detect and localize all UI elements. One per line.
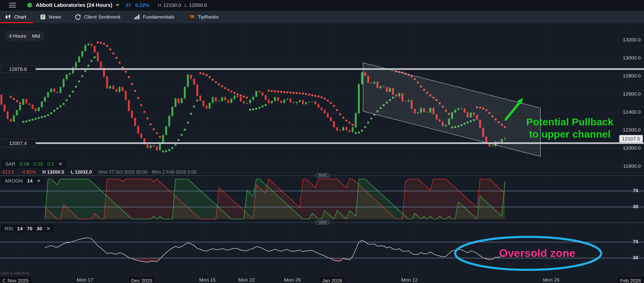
- chevron-down-icon[interactable]: [116, 4, 120, 6]
- aroon-param: 14: [27, 178, 32, 184]
- rsi-param: 70: [27, 226, 32, 232]
- top-bar: Abbott Laboratories (24 Hours) 27 0.22% …: [0, 0, 644, 10]
- pullback-annotation-line1: Potential Pullback: [526, 116, 614, 128]
- price-axis-tick: 11800.0: [615, 163, 641, 169]
- time-axis-tick: [630, 272, 631, 274]
- aroon-axis-tick: 30: [626, 204, 638, 209]
- sar-indicator-label[interactable]: SAR0.090.150.2✕: [2, 160, 66, 168]
- high-label: H: [158, 2, 161, 8]
- menu-icon[interactable]: [9, 3, 16, 7]
- aroon-30-line: [0, 207, 644, 207]
- resistance-price-tag[interactable]: 12878.8: [0, 65, 36, 73]
- tipranks-icon: TR: [188, 13, 195, 20]
- timeframe-button[interactable]: 4 Hours: [5, 31, 30, 41]
- sar-param: 0.2: [47, 161, 54, 167]
- sar-name: SAR: [5, 161, 15, 167]
- tab-news[interactable]: News: [40, 10, 61, 23]
- session-high-low: H 12150.0 L 12050.0: [154, 2, 207, 8]
- change-points: 27: [126, 2, 131, 8]
- aroon-name: AROON: [5, 178, 23, 184]
- low-label: L: [184, 2, 187, 8]
- time-axis-label: Nov 2025: [6, 277, 31, 283]
- price-chart-canvas[interactable]: [0, 23, 644, 283]
- time-axis-tick: [85, 272, 85, 274]
- time-axis-tick: [332, 272, 332, 274]
- oversold-annotation[interactable]: Oversold zone: [499, 247, 576, 260]
- stat-item: -613.5: [1, 169, 14, 175]
- rsi-name: RSI: [5, 226, 13, 232]
- time-axis-tick: [551, 272, 552, 274]
- stat-item: L 12032.0: [71, 169, 92, 175]
- time-axis-tick: [208, 272, 208, 274]
- time-axis-label: Mon 12: [401, 277, 418, 283]
- candlestick-icon: [5, 14, 11, 20]
- price-axis-tick: 12000.0: [615, 145, 641, 151]
- time-axis-label: Mon 17: [77, 277, 93, 283]
- news-icon: [40, 14, 46, 20]
- time-axis-label: Jan 2026: [320, 277, 344, 283]
- low-value: 12050.0: [189, 2, 207, 8]
- chart-area: 4 Hours Mid 12878.8 12057.4 SAR0.090.150…: [0, 23, 644, 283]
- sar-param: 0.09: [20, 161, 29, 167]
- tab-label: Chart: [14, 14, 26, 20]
- tab-tipranks[interactable]: TRTipRanks: [188, 10, 218, 23]
- time-axis-label: Dec 2025: [129, 277, 154, 283]
- time-axis-tick: [246, 272, 247, 274]
- rsi-param: 30: [37, 226, 42, 232]
- aroon-axis-tick: 70: [626, 188, 638, 193]
- high-value: 12150.0: [163, 2, 181, 8]
- rsi-70-line: [0, 242, 644, 242]
- tab-label: News: [49, 14, 61, 20]
- time-axis-tick: [292, 272, 293, 274]
- tab-chart[interactable]: Chart: [5, 10, 26, 23]
- sar-param: 0.15: [34, 161, 43, 167]
- time-axis-tick: [142, 272, 142, 274]
- pullback-annotation-line2: to upper channel: [526, 128, 614, 140]
- rsi-axis-tick: 70: [626, 239, 638, 245]
- pane-resize-handle[interactable]: [315, 220, 330, 225]
- price-axis-tick: 12400.0: [615, 109, 641, 115]
- rsi-axis-tick: 30: [626, 255, 638, 261]
- support-line[interactable]: [0, 142, 644, 144]
- tab-label: Fundamentals: [143, 14, 174, 20]
- support-price-tag[interactable]: 12057.4: [0, 139, 36, 147]
- indicative-note: Data is indicative: [1, 271, 30, 276]
- stat-item: -4.82%: [21, 169, 36, 175]
- rsi-param: 14: [17, 226, 22, 232]
- market-open-dot: [27, 3, 32, 7]
- sentiment-refresh-icon: [75, 14, 81, 20]
- price-axis-tick: 12200.0: [615, 127, 641, 133]
- change-percent: 0.22%: [136, 2, 150, 8]
- stat-item: Mon 27 Oct 2025 20:00 - Mon 2 Feb 2026 0…: [98, 169, 196, 175]
- tab-label: Client Sentiment: [84, 14, 120, 20]
- time-axis-label: Mon 15: [199, 277, 216, 283]
- tab-bar: ChartNewsClient SentimentFundamentalsTRT…: [0, 10, 644, 23]
- price-axis-tick: 13000.0: [615, 55, 641, 61]
- time-axis-tick: [410, 272, 410, 274]
- bar-chart-icon: [134, 14, 140, 20]
- pullback-annotation[interactable]: Potential Pullback to upper channel: [526, 116, 614, 140]
- time-axis-label: Mon 26: [543, 277, 560, 283]
- aroon-indicator-label[interactable]: AROON14✕: [1, 177, 44, 185]
- time-axis-label: Feb 2026: [618, 277, 643, 283]
- rsi-indicator-label[interactable]: RSI147030✕: [1, 225, 54, 233]
- period-stats: -613.5-4.82%H 13200.5L 12032.0Mon 27 Oct…: [1, 169, 196, 175]
- tab-client-sentiment[interactable]: Client Sentiment: [75, 10, 120, 23]
- resistance-line[interactable]: [0, 68, 644, 70]
- price-type-button[interactable]: Mid: [28, 31, 44, 41]
- aroon-70-line: [0, 191, 644, 191]
- sar-remove-icon[interactable]: ✕: [58, 161, 62, 167]
- price-axis-tick: 12600.0: [615, 91, 641, 97]
- aroon-remove-icon[interactable]: ✕: [37, 178, 41, 184]
- rsi-remove-icon[interactable]: ✕: [46, 226, 50, 232]
- price-axis-tick: 13200.0: [615, 37, 641, 42]
- current-price-tag: 12107.5: [619, 135, 643, 142]
- price-axis-tick: 12800.0: [615, 73, 641, 79]
- tab-label: TipRanks: [198, 14, 218, 20]
- stat-item: H 13200.5: [42, 169, 64, 175]
- tab-fundamentals[interactable]: Fundamentals: [134, 10, 174, 23]
- time-axis-label: Mon 29: [284, 277, 301, 283]
- market-title[interactable]: Abbott Laboratories (24 Hours): [36, 2, 112, 8]
- pane-resize-handle[interactable]: [315, 173, 330, 178]
- time-axis-label: Mon 22: [238, 277, 255, 283]
